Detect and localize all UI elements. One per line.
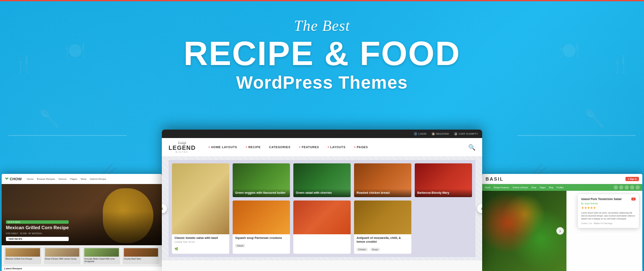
chow-hero-content: QUICK MEAL Mexican Grilled Corn Recipe F… bbox=[6, 220, 69, 241]
basil-nav-profiles[interactable]: Profiles bbox=[557, 186, 564, 189]
chow-recipe-meta: FOR FAMILY · 30 MIN · BY MATERIAL bbox=[6, 232, 69, 235]
luigi-nav-pages[interactable]: + PAGES bbox=[354, 146, 368, 149]
chow-nav-pages: Pages bbox=[70, 178, 77, 180]
chow-footer-item-4: Chunky Beef Stew bbox=[123, 247, 160, 264]
cart-icon: 🖨 bbox=[454, 132, 457, 136]
chow-footer-img-2 bbox=[45, 248, 80, 257]
luigi-card-antipasti[interactable]: Antipasti of mozzarella, chilli, & lemon… bbox=[354, 201, 411, 254]
luigi-search-icon[interactable]: 🔍 bbox=[468, 144, 475, 151]
luigi-card-overlay-1: Green veggies with flavoured butter bbox=[233, 189, 290, 197]
hero-title-sub: WordPress Themes bbox=[0, 73, 644, 93]
luigi-card-body-8: Antipasti of mozzarella, chilli, & lemon… bbox=[354, 234, 411, 254]
luigi-topbar-register[interactable]: 🏠 REGISTER bbox=[432, 132, 449, 136]
basil-social-icon-4[interactable] bbox=[630, 185, 634, 190]
chow-recipe-label: QUICK MEAL bbox=[6, 220, 69, 224]
luigi-card-body-6: Squash soup Parmesan croutons Salads bbox=[233, 234, 290, 250]
luigi-nav-home[interactable]: + HOME LAYOUTS bbox=[208, 146, 237, 149]
chow-footer-item-1: Mexican Grilled Corn Recipe bbox=[4, 247, 41, 264]
luigi-nav-layouts[interactable]: + LAYOUTS bbox=[327, 146, 346, 149]
basil-card-title: Island Pork Tenderloin Salad bbox=[581, 198, 622, 201]
basil-nav-blog[interactable]: Blog bbox=[549, 186, 553, 189]
luigi-card-overlay-4: Roasted chicken breast bbox=[354, 189, 411, 197]
luigi-card-squash-soup[interactable]: Squash soup Parmesan croutons Salads bbox=[233, 201, 290, 254]
basil-signin-button[interactable]: ✦ Sign In bbox=[625, 177, 639, 181]
chow-screenshot: CHOW Home Browse Recipes Demos Pages Sho… bbox=[2, 174, 162, 271]
basil-nav: Home Recipe Features Submit a Recipe Sho… bbox=[482, 184, 642, 191]
basil-card-stars: ★★★★★ bbox=[581, 206, 636, 210]
chow-logo: CHOW bbox=[5, 177, 22, 181]
luigi-topbar-cart[interactable]: 🖨 CART IS EMPTY bbox=[454, 132, 478, 136]
luigi-card-7[interactable] bbox=[293, 201, 351, 254]
basil-card-badge: ★ bbox=[631, 198, 636, 201]
luigi-card-title-4: Roasted chicken breast bbox=[357, 191, 409, 195]
basil-card-author[interactable]: By Justin Schmitz bbox=[581, 202, 636, 205]
luigi-card-img-6 bbox=[233, 201, 290, 234]
basil-nav-recipe-features[interactable]: Recipe Features bbox=[494, 186, 509, 189]
chow-heart-icon bbox=[5, 177, 8, 181]
basil-social-icon-5[interactable] bbox=[636, 185, 640, 190]
luigi-topbar-register-label: REGISTER bbox=[436, 133, 449, 135]
luigi-grid-wrapper: ‹ Green veggies with flavoured butter bbox=[162, 157, 482, 260]
luigi-logo-main: LEGEND bbox=[169, 145, 196, 151]
luigi-card-roasted-chicken[interactable]: Roasted chicken breast bbox=[354, 163, 411, 197]
chow-footer-text-3: Avocado Melon Salad With Lime Vinaigrett… bbox=[84, 257, 119, 263]
luigi-card-img-4: Roasted chicken breast bbox=[354, 163, 411, 197]
luigi-card-img-5: Barbecoa Bloody Mary bbox=[415, 163, 472, 197]
basil-content: › Island Pork Tenderloin Salad ★ By Just… bbox=[482, 191, 642, 271]
luigi-card-green-salad[interactable]: Green salad with cherries bbox=[293, 163, 351, 197]
luigi-nav-categories[interactable]: CATEGORIES bbox=[269, 146, 290, 149]
luigi-card-title-1: Green veggies with flavoured butter bbox=[235, 191, 287, 195]
hero-title: RECIPE & FOOD bbox=[0, 37, 644, 70]
basil-nav-submit[interactable]: Submit a Recipe bbox=[513, 186, 528, 189]
chow-recipe-title: Mexican Grilled Corn Recipe bbox=[6, 225, 69, 230]
chow-nav-submit: Submit Recipe bbox=[90, 178, 106, 180]
chow-footer-text-1: Mexican Grilled Corn Recipe bbox=[5, 257, 40, 260]
luigi-card-meta-3: Cooking Time: 30 min bbox=[174, 241, 227, 243]
luigi-topbar-login[interactable]: 👤 LOGIN bbox=[414, 132, 427, 136]
luigi-card-img-8 bbox=[354, 201, 411, 234]
luigi-card-tomato[interactable]: Classic tomato salsa with basil Cooking … bbox=[172, 163, 229, 254]
luigi-card-body-title-3: Classic tomato salsa with basil bbox=[174, 236, 227, 240]
luigi-nav-recipe[interactable]: + RECIPE bbox=[246, 146, 261, 149]
luigi-screenshot: 👤 LOGIN 🏠 REGISTER 🖨 CART IS EMPTY Luigi… bbox=[162, 130, 482, 271]
basil-nav-home[interactable]: Home bbox=[485, 186, 490, 189]
chow-footer-img-3 bbox=[84, 248, 119, 257]
register-icon: 🏠 bbox=[432, 132, 435, 136]
top-border bbox=[0, 0, 644, 1]
basil-header: BASIL ✦ Sign In bbox=[482, 174, 642, 184]
chow-header: CHOW Home Browse Recipes Demos Pages Sho… bbox=[2, 174, 162, 184]
basil-nav-pages[interactable]: Pages bbox=[539, 186, 545, 189]
luigi-card-leaf-icon-3: 🌿 bbox=[174, 247, 178, 250]
luigi-navbar: Luigi LEGEND BISTRO + HOME LAYOUTS + REC… bbox=[162, 138, 482, 157]
luigi-arrow-right[interactable]: › bbox=[477, 204, 482, 213]
basil-food-inner bbox=[482, 191, 566, 271]
luigi-card-body-3: Classic tomato salsa with basil Cooking … bbox=[172, 234, 229, 253]
luigi-card-img-2: Green salad with cherries bbox=[293, 163, 351, 197]
chow-footer-text-2: Roast Chicken With Lemon Gravy bbox=[45, 257, 80, 260]
chow-hero: QUICK MEAL Mexican Grilled Corn Recipe F… bbox=[2, 184, 162, 245]
luigi-logo: Luigi LEGEND BISTRO bbox=[169, 141, 196, 153]
chow-nav-home: Home bbox=[27, 178, 34, 180]
luigi-card-img-7 bbox=[293, 201, 351, 234]
luigi-card-green-veggies[interactable]: Green veggies with flavoured butter bbox=[233, 163, 290, 197]
luigi-arrow-left[interactable]: ‹ bbox=[162, 204, 167, 213]
luigi-card-overlay-5: Barbecoa Bloody Mary bbox=[415, 189, 472, 197]
basil-social-icon-3[interactable] bbox=[625, 185, 629, 190]
screenshots-container: CHOW Home Browse Recipes Demos Pages Sho… bbox=[0, 130, 644, 271]
luigi-nav-features[interactable]: + FEATURES bbox=[299, 146, 319, 149]
chow-footer-item-2: Roast Chicken With Lemon Gravy bbox=[44, 247, 81, 264]
basil-recipe-card: Island Pork Tenderloin Salad ★ By Justin… bbox=[578, 194, 639, 228]
basil-social-icon-1[interactable] bbox=[614, 185, 618, 190]
basil-social-icon-2[interactable] bbox=[619, 185, 623, 190]
basil-arrow-right[interactable]: › bbox=[556, 227, 564, 235]
luigi-card-body-title-8: Antipasti of mozzarella, chilli, & lemon… bbox=[357, 236, 409, 244]
basil-screenshot: BASIL ✦ Sign In Home Recipe Features Sub… bbox=[482, 174, 642, 271]
luigi-card-img-1: Green veggies with flavoured butter bbox=[233, 163, 290, 197]
chow-nav: Home Browse Recipes Demos Pages Shop Sub… bbox=[27, 178, 106, 180]
basil-nav-shop[interactable]: Shop bbox=[531, 186, 537, 189]
luigi-card-overlay-2: Green salad with cherries bbox=[293, 189, 351, 197]
chow-view-recipe-button[interactable]: VIEW RECIPE bbox=[6, 237, 69, 241]
luigi-card-barbecoa[interactable]: Barbecoa Bloody Mary bbox=[415, 163, 472, 197]
basil-card-description: Lorem ipsum dolor sit amet, consectetur … bbox=[581, 211, 636, 220]
luigi-card-title-2: Green salad with cherries bbox=[296, 191, 348, 195]
